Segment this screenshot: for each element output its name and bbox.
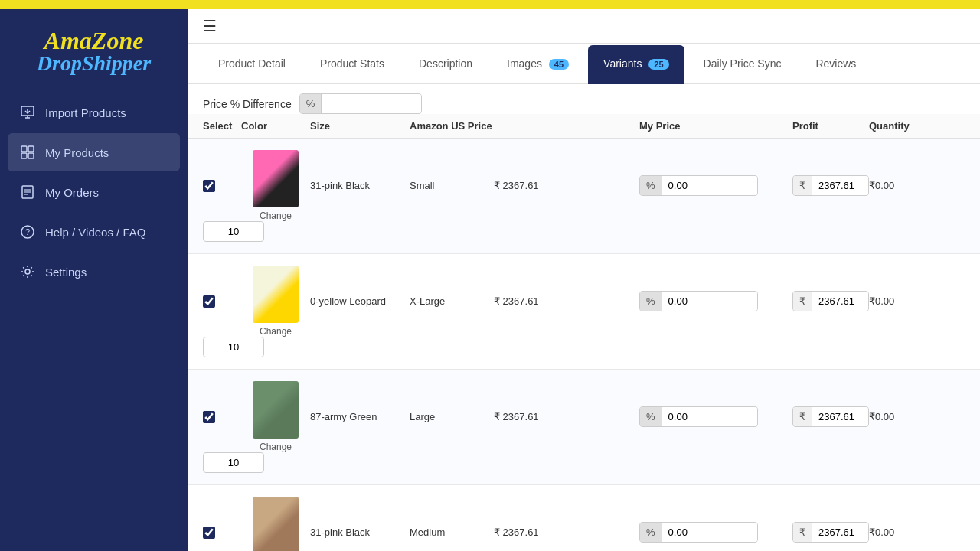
- sidebar-item-import-products[interactable]: Import Products: [8, 93, 180, 132]
- row3-color-name: 87-army Green: [310, 411, 410, 422]
- col-color: Color: [241, 120, 310, 132]
- sidebar-nav: Import Products My Products: [0, 93, 188, 292]
- main-content: ☰ Product Detail Product Stats Descripti…: [188, 9, 980, 551]
- import-icon: [19, 104, 36, 121]
- col-size: Size: [310, 120, 410, 132]
- tab-variants[interactable]: Variants 25: [588, 45, 684, 84]
- row2-change-link[interactable]: Change: [260, 326, 292, 337]
- row1-size: Small: [410, 180, 494, 191]
- tab-description[interactable]: Description: [403, 45, 488, 84]
- row1-pct-prefix: %: [640, 176, 662, 195]
- col-quantity: Quantity: [869, 120, 961, 132]
- row1-quantity-input[interactable]: [203, 221, 264, 242]
- col-amazon-price: Amazon US Price: [410, 120, 494, 132]
- sidebar-item-my-products[interactable]: My Products: [8, 133, 180, 171]
- row3-quantity-cell: [203, 452, 241, 473]
- row1-my-price-group: ₹: [792, 175, 869, 196]
- row1-profit: ₹0.00: [869, 180, 961, 191]
- col-profit: Profit: [792, 120, 869, 132]
- row1-color-cell: Change: [241, 150, 310, 221]
- sidebar-item-settings-label: Settings: [45, 266, 87, 279]
- sidebar-item-my-orders-label: My Orders: [45, 186, 99, 199]
- row3-size: Large: [410, 411, 494, 422]
- row3-quantity-input[interactable]: [203, 452, 264, 473]
- row4-thumb: [253, 497, 299, 551]
- row1-pct-input[interactable]: [662, 176, 757, 195]
- global-pct-input[interactable]: [322, 94, 421, 113]
- row1-quantity-cell: [203, 221, 241, 242]
- row3-checkbox[interactable]: [203, 411, 215, 423]
- row2-color-cell: Change: [241, 266, 310, 337]
- logo-dropshipper: DropShipper: [15, 53, 172, 74]
- hamburger-button[interactable]: ☰: [203, 17, 217, 35]
- row2-price-prefix: ₹: [793, 292, 812, 311]
- row4-pct-input[interactable]: [662, 523, 757, 542]
- row2-quantity-input[interactable]: [203, 337, 264, 357]
- row3-thumb-img: [253, 381, 299, 439]
- settings-icon: [19, 263, 36, 280]
- variants-badge: 25: [648, 59, 668, 70]
- orders-icon: [19, 184, 36, 201]
- row3-profit: ₹0.00: [869, 411, 961, 422]
- images-badge: 45: [549, 59, 569, 70]
- row2-pct-prefix: %: [640, 292, 662, 311]
- row1-my-price-cell: ₹: [792, 175, 869, 196]
- tabs-bar: Product Detail Product Stats Description…: [188, 44, 980, 84]
- global-pct-prefix: %: [300, 94, 322, 113]
- global-pct-input-group: %: [299, 93, 423, 114]
- sidebar-item-settings[interactable]: Settings: [8, 253, 180, 291]
- row1-checkbox[interactable]: [203, 180, 215, 192]
- row2-my-price-input[interactable]: [812, 292, 868, 311]
- tab-product-detail[interactable]: Product Detail: [203, 45, 301, 84]
- row2-quantity-cell: [203, 337, 241, 357]
- row3-pct-group: %: [639, 406, 758, 427]
- row1-my-price-input[interactable]: [812, 176, 868, 195]
- row4-amazon-price: ₹ 2367.61: [494, 527, 639, 538]
- row1-pct-cell: %: [639, 175, 792, 196]
- table-row: Change 31-pink Black Medium ₹ 2367.61 % …: [188, 485, 980, 551]
- col-my-price: My Price: [639, 120, 792, 132]
- svg-rect-4: [21, 146, 27, 152]
- row4-pct-group: %: [639, 522, 758, 543]
- row3-pct-input[interactable]: [662, 407, 757, 426]
- price-diff-label: Price % Difference: [203, 98, 292, 110]
- row1-thumb-img: [253, 150, 299, 207]
- column-headers: Select Color Size Amazon US Price My Pri…: [188, 114, 980, 139]
- row3-pct-cell: %: [639, 406, 792, 427]
- row1-change-link[interactable]: Change: [260, 210, 292, 221]
- row3-price-prefix: ₹: [793, 407, 812, 426]
- row2-pct-input[interactable]: [662, 292, 757, 311]
- row1-color-name: 31-pink Black: [310, 180, 410, 191]
- tab-daily-price-sync[interactable]: Daily Price Sync: [688, 45, 797, 84]
- row4-checkbox[interactable]: [203, 527, 215, 539]
- top-header: ☰: [188, 9, 980, 44]
- tab-images[interactable]: Images 45: [492, 45, 584, 84]
- svg-rect-7: [28, 153, 34, 158]
- tab-product-stats[interactable]: Product Stats: [305, 45, 400, 84]
- svg-rect-5: [28, 146, 34, 152]
- row2-pct-cell: %: [639, 291, 792, 311]
- row2-color-name: 0-yellow Leopard: [310, 295, 410, 307]
- row3-change-link[interactable]: Change: [260, 442, 292, 452]
- sidebar-item-help-label: Help / Videos / FAQ: [45, 226, 145, 239]
- top-yellow-bar: [0, 0, 980, 9]
- logo-area: AmaZone DropShipper: [0, 17, 188, 93]
- row3-my-price-group: ₹: [792, 406, 869, 427]
- products-icon: [19, 144, 36, 161]
- row3-my-price-input[interactable]: [812, 407, 868, 426]
- sidebar-item-my-orders[interactable]: My Orders: [8, 173, 180, 211]
- tab-reviews[interactable]: Reviews: [800, 45, 871, 84]
- table-row: Change 0-yellow Leopard X-Large ₹ 2367.6…: [188, 254, 980, 370]
- table-row: Change 31-pink Black Small ₹ 2367.61 % ₹: [188, 139, 980, 254]
- sidebar-item-help[interactable]: ? Help / Videos / FAQ: [8, 213, 180, 251]
- row2-select-cell: [203, 295, 241, 308]
- row2-checkbox[interactable]: [203, 295, 215, 308]
- row2-thumb: [253, 266, 299, 323]
- row2-pct-group: %: [639, 291, 758, 311]
- row2-my-price-cell: ₹: [792, 291, 869, 311]
- row4-price-prefix: ₹: [793, 523, 812, 542]
- row4-my-price-input[interactable]: [812, 523, 868, 542]
- row1-pct-group: %: [639, 175, 758, 196]
- row4-my-price-cell: ₹: [792, 522, 869, 543]
- sidebar-item-import-products-label: Import Products: [45, 106, 126, 119]
